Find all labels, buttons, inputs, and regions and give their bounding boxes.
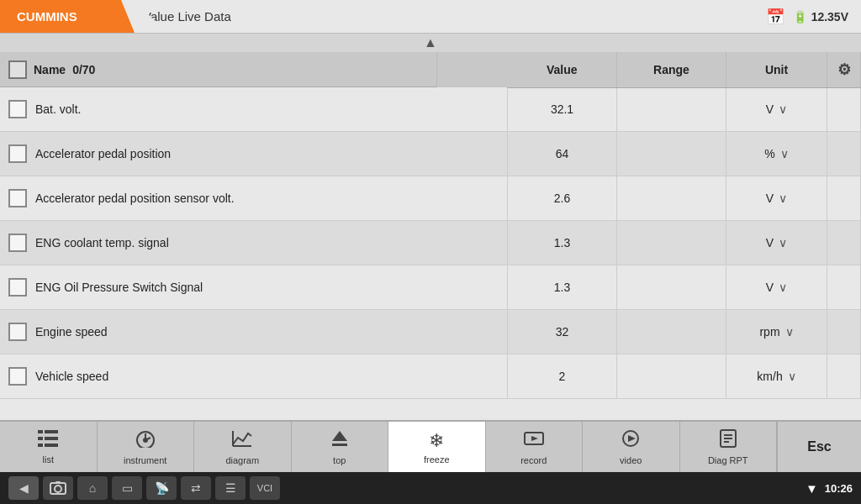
chevron-down-icon-5[interactable]: ∨ — [785, 325, 794, 339]
row-checkbox-5[interactable] — [8, 323, 27, 341]
svg-rect-2 — [38, 437, 43, 440]
range-cell-3 — [617, 221, 726, 265]
svg-point-23 — [55, 486, 61, 492]
back-button[interactable]: ◀ — [8, 476, 39, 500]
svg-rect-3 — [45, 437, 58, 440]
settings-cell-4 — [827, 265, 861, 310]
freeze-label: freeze — [424, 454, 450, 465]
settings-cell-6 — [827, 354, 861, 399]
list-icon — [38, 430, 58, 452]
top-icon — [329, 429, 351, 453]
home-button[interactable]: ⌂ — [77, 476, 108, 500]
range-cell-5 — [617, 310, 726, 354]
brand-name: CUMMINS — [17, 9, 77, 24]
row-name-3: ENG coolant temp. signal — [35, 236, 169, 249]
esc-label: Esc — [807, 439, 831, 454]
row-checkbox-6[interactable] — [8, 367, 27, 386]
table-row: ENG coolant temp. signal 1.3 V ∨ — [0, 221, 861, 265]
broadcast-button[interactable]: 📡 — [146, 476, 177, 500]
unit-value-1: % — [764, 147, 774, 160]
diagram-label: diagram — [225, 455, 259, 465]
row-checkbox-0[interactable] — [8, 100, 27, 118]
diagrpt-icon — [717, 429, 739, 453]
range-cell-6 — [617, 354, 726, 399]
name-cell-0: Bat. volt. — [0, 87, 508, 132]
row-checkbox-1[interactable] — [8, 144, 27, 163]
table-row: Engine speed 32 rpm ∨ — [0, 310, 861, 354]
settings-cell-2 — [827, 176, 861, 221]
value-cell-5: 32 — [508, 310, 617, 354]
name-col-count: 0/70 — [72, 63, 95, 76]
instrument-label: instrument — [124, 455, 166, 465]
row-name-5: Engine speed — [35, 325, 108, 339]
value-cell-1: 64 — [508, 132, 617, 176]
chevron-down-icon-3[interactable]: ∨ — [779, 236, 787, 249]
app-header: CUMMINS Value Live Data 📅 🔋 12.35V — [0, 0, 861, 34]
esc-button[interactable]: Esc — [777, 422, 861, 472]
page-title: Value Live Data — [135, 0, 766, 33]
unit-cell-2: V ∨ — [726, 176, 827, 221]
chevron-down-icon-4[interactable]: ∨ — [779, 281, 787, 294]
toolbar-top[interactable]: top — [292, 422, 389, 472]
row-name-0: Bat. volt. — [35, 102, 81, 116]
unit-value-5: rpm — [759, 325, 779, 339]
toolbar-diagrpt[interactable]: Diag RPT — [680, 422, 778, 472]
transfer-button[interactable]: ⇄ — [181, 476, 211, 500]
table-header: Name 0/70 Value Range Unit ⚙ — [0, 52, 861, 87]
screenshot-button[interactable] — [43, 476, 73, 500]
toolbar-freeze[interactable]: ❄ freeze — [388, 422, 486, 472]
col-header-settings[interactable]: ⚙ — [827, 52, 861, 87]
toolbar-list[interactable]: list — [0, 422, 98, 472]
toolbar-record[interactable]: record — [486, 422, 584, 472]
settings-cell-3 — [827, 221, 861, 265]
chevron-down-icon-6[interactable]: ∨ — [788, 370, 796, 383]
system-time: 10:26 — [825, 482, 853, 495]
toolbar-instrument[interactable]: instrument — [98, 422, 195, 472]
name-cell-2: Accelerator pedal position sensor volt. — [0, 176, 508, 221]
value-cell-4: 1.3 — [508, 265, 617, 310]
chevron-down-icon-1[interactable]: ∨ — [780, 147, 789, 160]
svg-rect-4 — [38, 444, 43, 447]
toolbar-video[interactable]: video — [583, 422, 680, 472]
col-header-name: Name 0/70 — [0, 52, 437, 87]
data-table-container: ▲ Name 0/70 Value Range Unit — [0, 34, 861, 420]
name-cell-3: ENG coolant temp. signal — [0, 221, 508, 265]
row-checkbox-4[interactable] — [8, 278, 27, 297]
col-header-value: Value — [508, 52, 617, 87]
unit-cell-1: % ∨ — [726, 132, 827, 176]
top-label: top — [333, 455, 346, 465]
svg-rect-5 — [45, 444, 58, 447]
battery-voltage: 12.35V — [811, 10, 848, 24]
svg-point-9 — [144, 438, 147, 442]
record-icon — [523, 429, 545, 453]
select-all-checkbox[interactable] — [8, 60, 27, 79]
video-icon — [620, 429, 642, 453]
table-row: Accelerator pedal position sensor volt. … — [0, 176, 861, 221]
unit-cell-5: rpm ∨ — [726, 310, 827, 354]
menu-button[interactable]: ☰ — [215, 476, 246, 500]
table-row: Bat. volt. 32.1 V ∨ — [0, 87, 861, 132]
chevron-down-icon-0[interactable]: ∨ — [779, 102, 787, 116]
unit-value-4: V — [766, 281, 774, 294]
row-checkbox-2[interactable] — [8, 189, 27, 207]
vcl-button[interactable]: VCI — [250, 476, 280, 500]
toolbar-diagram[interactable]: diagram — [194, 422, 292, 472]
row-checkbox-3[interactable] — [8, 234, 27, 252]
table-row: Accelerator pedal position 64 % ∨ — [0, 132, 861, 176]
calendar-icon: 📅 — [766, 8, 784, 26]
unit-cell-0: V ∨ — [726, 87, 827, 132]
battery-icon: 🔋 — [793, 10, 807, 24]
brand-logo: CUMMINS — [0, 0, 135, 33]
chevron-down-icon-2[interactable]: ∨ — [779, 192, 787, 205]
svg-rect-1 — [45, 430, 58, 433]
list-label: list — [43, 454, 54, 465]
value-cell-0: 32.1 — [508, 87, 617, 132]
record-label: record — [520, 455, 547, 465]
name-col-label: Name — [34, 63, 66, 76]
scroll-up-indicator[interactable]: ▲ — [0, 34, 861, 52]
header-icons: 📅 🔋 12.35V — [766, 8, 861, 26]
name-cell-6: Vehicle speed — [0, 354, 508, 399]
window-button[interactable]: ▭ — [112, 476, 142, 500]
value-cell-3: 1.3 — [508, 221, 617, 265]
range-cell-4 — [617, 265, 726, 310]
